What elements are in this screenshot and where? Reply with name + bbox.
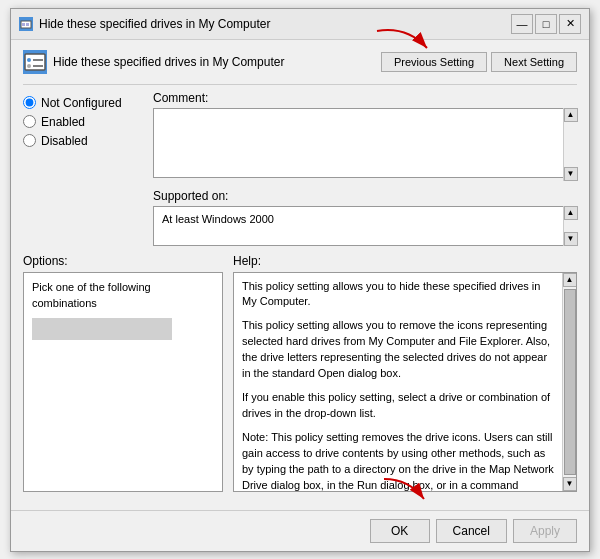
previous-setting-button[interactable]: Previous Setting xyxy=(381,52,487,72)
maximize-button[interactable]: □ xyxy=(535,14,557,34)
disabled-option[interactable]: Disabled xyxy=(23,134,143,148)
options-content: Pick one of the following combinations xyxy=(24,273,222,491)
next-setting-button[interactable]: Next Setting xyxy=(491,52,577,72)
svg-rect-2 xyxy=(26,23,29,26)
ok-button[interactable]: OK xyxy=(370,519,430,543)
enabled-option[interactable]: Enabled xyxy=(23,115,143,129)
right-column: Comment: ▲ ▼ Supported on: At least Wind… xyxy=(153,91,577,246)
help-scroll-up[interactable]: ▲ xyxy=(563,273,577,287)
header-row: Hide these specified drives in My Comput… xyxy=(23,50,577,74)
disabled-label: Disabled xyxy=(41,134,88,148)
svg-point-5 xyxy=(27,64,31,68)
cancel-button[interactable]: Cancel xyxy=(436,519,507,543)
policy-icon xyxy=(23,50,47,74)
not-configured-option[interactable]: Not Configured xyxy=(23,96,143,110)
window-icon xyxy=(19,17,33,31)
help-content: This policy setting allows you to hide t… xyxy=(234,273,576,491)
radio-column: Not Configured Enabled Disabled xyxy=(23,91,143,246)
svg-point-4 xyxy=(27,58,31,62)
main-window: Hide these specified drives in My Comput… xyxy=(10,8,590,552)
options-label: Options: xyxy=(23,254,223,268)
supported-scroll-up[interactable]: ▲ xyxy=(564,206,578,220)
minimize-button[interactable]: — xyxy=(511,14,533,34)
help-para-1: This policy setting allows you to hide t… xyxy=(242,279,558,311)
window-title: Hide these specified drives in My Comput… xyxy=(39,17,270,31)
apply-button[interactable]: Apply xyxy=(513,519,577,543)
radio-group: Not Configured Enabled Disabled xyxy=(23,91,143,153)
dialog-title: Hide these specified drives in My Comput… xyxy=(53,55,284,69)
title-controls: — □ ✕ xyxy=(511,14,581,34)
options-box: Pick one of the following combinations xyxy=(23,272,223,492)
close-button[interactable]: ✕ xyxy=(559,14,581,34)
supported-scroll-down[interactable]: ▼ xyxy=(564,232,578,246)
not-configured-label: Not Configured xyxy=(41,96,122,110)
header-title-area: Hide these specified drives in My Comput… xyxy=(23,50,284,74)
disabled-radio[interactable] xyxy=(23,134,36,147)
bottom-section: Options: Pick one of the following combi… xyxy=(23,254,577,492)
help-box: This policy setting allows you to hide t… xyxy=(233,272,577,492)
header-divider xyxy=(23,84,577,85)
help-scroll-down[interactable]: ▼ xyxy=(563,477,577,491)
not-configured-radio[interactable] xyxy=(23,96,36,109)
help-scrollbar-thumb xyxy=(564,289,576,475)
supported-label: Supported on: xyxy=(153,189,577,203)
footer: OK Cancel Apply xyxy=(11,510,589,551)
comment-textarea[interactable] xyxy=(153,108,577,178)
comment-scroll-up[interactable]: ▲ xyxy=(564,108,578,122)
options-panel: Options: Pick one of the following combi… xyxy=(23,254,223,492)
options-dropdown-text: Pick one of the following combinations xyxy=(32,281,151,310)
enabled-radio[interactable] xyxy=(23,115,36,128)
nav-buttons: Previous Setting Next Setting xyxy=(377,52,577,72)
supported-box: At least Windows 2000 xyxy=(153,206,577,246)
help-para-4: Note: This policy setting removes the dr… xyxy=(242,430,558,491)
help-para-3: If you enable this policy setting, selec… xyxy=(242,390,558,422)
comment-label: Comment: xyxy=(153,91,577,105)
options-dropdown[interactable] xyxy=(32,318,172,340)
enabled-label: Enabled xyxy=(41,115,85,129)
help-label: Help: xyxy=(233,254,577,268)
help-para-2: This policy setting allows you to remove… xyxy=(242,318,558,382)
help-panel: Help: This policy setting allows you to … xyxy=(233,254,577,492)
svg-rect-1 xyxy=(22,23,25,26)
middle-section: Not Configured Enabled Disabled Comment: xyxy=(23,91,577,246)
comment-scroll-down[interactable]: ▼ xyxy=(564,167,578,181)
supported-value: At least Windows 2000 xyxy=(159,210,277,228)
title-bar: Hide these specified drives in My Comput… xyxy=(11,9,589,40)
content-area: Hide these specified drives in My Comput… xyxy=(11,40,589,502)
